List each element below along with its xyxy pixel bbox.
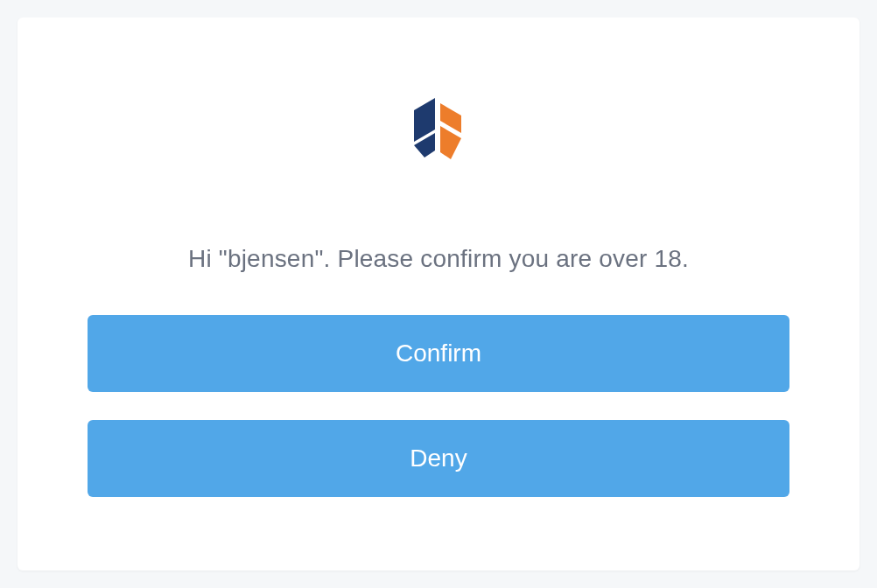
confirm-button[interactable]: Confirm bbox=[88, 315, 789, 392]
confirmation-card: Hi "bjensen". Please confirm you are ove… bbox=[18, 18, 859, 570]
deny-button[interactable]: Deny bbox=[88, 420, 789, 497]
brand-logo-icon bbox=[410, 96, 467, 166]
confirmation-message: Hi "bjensen". Please confirm you are ove… bbox=[188, 245, 689, 273]
